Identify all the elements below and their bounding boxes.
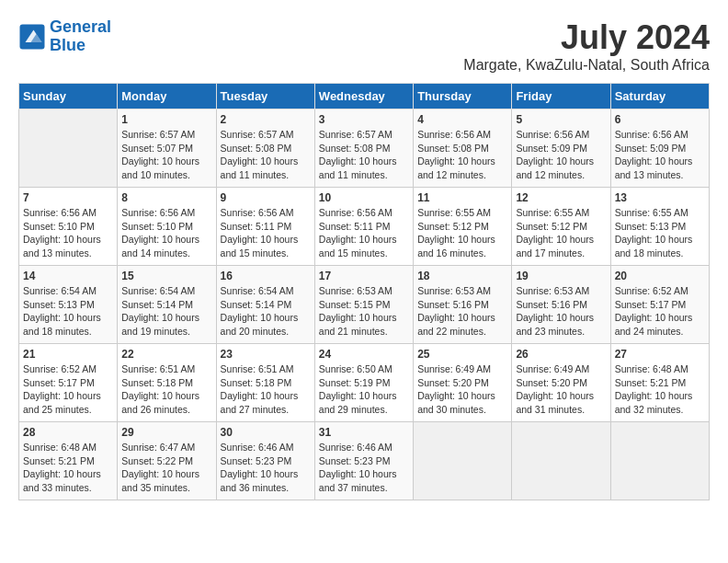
- calendar-cell: 26 Sunrise: 6:49 AMSunset: 5:20 PMDaylig…: [512, 344, 610, 422]
- calendar-table: SundayMondayTuesdayWednesdayThursdayFrid…: [18, 83, 710, 500]
- day-info: Sunrise: 6:56 AMSunset: 5:09 PMDaylight:…: [615, 128, 705, 182]
- day-number: 22: [121, 348, 211, 361]
- day-number: 24: [319, 348, 409, 361]
- day-number: 21: [23, 348, 113, 361]
- day-info: Sunrise: 6:47 AMSunset: 5:22 PMDaylight:…: [121, 441, 211, 495]
- day-number: 10: [319, 191, 409, 204]
- day-number: 16: [221, 270, 311, 282]
- day-info: Sunrise: 6:48 AMSunset: 5:21 PMDaylight:…: [23, 441, 113, 495]
- day-number: 15: [121, 270, 211, 282]
- calendar-cell: 28 Sunrise: 6:48 AMSunset: 5:21 PMDaylig…: [19, 422, 118, 500]
- day-number: 13: [615, 191, 705, 204]
- calendar-cell: 31 Sunrise: 6:46 AMSunset: 5:23 PMDaylig…: [314, 422, 413, 500]
- weekday-header-friday: Friday: [512, 84, 610, 109]
- day-info: Sunrise: 6:54 AMSunset: 5:14 PMDaylight:…: [121, 284, 211, 339]
- day-info: Sunrise: 6:57 AMSunset: 5:08 PMDaylight:…: [221, 128, 311, 182]
- logo-line2: Blue: [50, 36, 85, 54]
- day-number: 19: [516, 270, 606, 282]
- day-info: Sunrise: 6:48 AMSunset: 5:21 PMDaylight:…: [615, 362, 705, 417]
- day-info: Sunrise: 6:55 AMSunset: 5:12 PMDaylight:…: [417, 206, 507, 260]
- calendar-cell: 1 Sunrise: 6:57 AMSunset: 5:07 PMDayligh…: [118, 109, 216, 188]
- location-title: Margate, KwaZulu-Natal, South Africa: [463, 57, 710, 74]
- day-info: Sunrise: 6:52 AMSunset: 5:17 PMDaylight:…: [23, 362, 113, 417]
- logo-text: General Blue: [50, 18, 111, 55]
- calendar-cell: 16 Sunrise: 6:54 AMSunset: 5:14 PMDaylig…: [216, 266, 314, 344]
- day-number: 7: [23, 191, 113, 204]
- logo: General Blue: [18, 18, 111, 55]
- day-number: 14: [23, 270, 113, 282]
- weekday-header-sunday: Sunday: [19, 84, 118, 109]
- calendar-cell: 25 Sunrise: 6:49 AMSunset: 5:20 PMDaylig…: [414, 344, 512, 422]
- calendar-cell: 18 Sunrise: 6:53 AMSunset: 5:16 PMDaylig…: [414, 266, 512, 344]
- day-info: Sunrise: 6:54 AMSunset: 5:13 PMDaylight:…: [23, 284, 113, 339]
- day-info: Sunrise: 6:56 AMSunset: 5:11 PMDaylight:…: [221, 206, 311, 260]
- calendar-cell: 24 Sunrise: 6:50 AMSunset: 5:19 PMDaylig…: [314, 344, 413, 422]
- calendar-cell: [610, 422, 709, 500]
- weekday-header-tuesday: Tuesday: [216, 84, 314, 109]
- calendar-cell: 12 Sunrise: 6:55 AMSunset: 5:12 PMDaylig…: [512, 188, 610, 266]
- day-info: Sunrise: 6:49 AMSunset: 5:20 PMDaylight:…: [516, 362, 606, 417]
- day-number: 9: [221, 191, 311, 204]
- day-number: 29: [121, 426, 211, 439]
- day-number: 18: [417, 270, 507, 282]
- calendar-cell: 8 Sunrise: 6:56 AMSunset: 5:10 PMDayligh…: [118, 188, 216, 266]
- weekday-header-saturday: Saturday: [610, 84, 709, 109]
- month-title: July 2024: [463, 18, 710, 57]
- calendar-week-2: 7 Sunrise: 6:56 AMSunset: 5:10 PMDayligh…: [19, 188, 710, 266]
- logo-icon: [18, 23, 46, 51]
- calendar-week-3: 14 Sunrise: 6:54 AMSunset: 5:13 PMDaylig…: [19, 266, 710, 344]
- calendar-cell: 20 Sunrise: 6:52 AMSunset: 5:17 PMDaylig…: [610, 266, 709, 344]
- day-number: 25: [417, 348, 507, 361]
- day-number: 8: [121, 191, 211, 204]
- calendar-week-5: 28 Sunrise: 6:48 AMSunset: 5:21 PMDaylig…: [19, 422, 710, 500]
- calendar-cell: 7 Sunrise: 6:56 AMSunset: 5:10 PMDayligh…: [19, 188, 118, 266]
- day-number: 1: [121, 113, 211, 126]
- calendar-cell: 17 Sunrise: 6:53 AMSunset: 5:15 PMDaylig…: [314, 266, 413, 344]
- day-info: Sunrise: 6:53 AMSunset: 5:16 PMDaylight:…: [516, 284, 606, 339]
- day-number: 4: [417, 113, 507, 126]
- calendar-cell: 13 Sunrise: 6:55 AMSunset: 5:13 PMDaylig…: [610, 188, 709, 266]
- calendar-cell: [19, 109, 118, 188]
- day-info: Sunrise: 6:56 AMSunset: 5:10 PMDaylight:…: [23, 206, 113, 260]
- day-info: Sunrise: 6:57 AMSunset: 5:08 PMDaylight:…: [319, 128, 409, 182]
- day-info: Sunrise: 6:53 AMSunset: 5:15 PMDaylight:…: [319, 284, 409, 339]
- day-number: 12: [516, 191, 606, 204]
- calendar-cell: 27 Sunrise: 6:48 AMSunset: 5:21 PMDaylig…: [610, 344, 709, 422]
- calendar-week-4: 21 Sunrise: 6:52 AMSunset: 5:17 PMDaylig…: [19, 344, 710, 422]
- logo-line1: General: [50, 17, 111, 36]
- day-number: 31: [319, 426, 409, 439]
- day-number: 6: [615, 113, 705, 126]
- calendar-cell: 30 Sunrise: 6:46 AMSunset: 5:23 PMDaylig…: [216, 422, 314, 500]
- day-number: 3: [319, 113, 409, 126]
- calendar-cell: 14 Sunrise: 6:54 AMSunset: 5:13 PMDaylig…: [19, 266, 118, 344]
- day-number: 20: [615, 270, 705, 282]
- day-info: Sunrise: 6:55 AMSunset: 5:12 PMDaylight:…: [516, 206, 606, 260]
- calendar-cell: 19 Sunrise: 6:53 AMSunset: 5:16 PMDaylig…: [512, 266, 610, 344]
- weekday-header-monday: Monday: [118, 84, 216, 109]
- calendar-cell: 2 Sunrise: 6:57 AMSunset: 5:08 PMDayligh…: [216, 109, 314, 188]
- calendar-cell: [414, 422, 512, 500]
- day-info: Sunrise: 6:57 AMSunset: 5:07 PMDaylight:…: [121, 128, 211, 182]
- title-block: July 2024 Margate, KwaZulu-Natal, South …: [463, 18, 710, 74]
- calendar-cell: 23 Sunrise: 6:51 AMSunset: 5:18 PMDaylig…: [216, 344, 314, 422]
- day-info: Sunrise: 6:50 AMSunset: 5:19 PMDaylight:…: [319, 362, 409, 417]
- calendar-cell: 21 Sunrise: 6:52 AMSunset: 5:17 PMDaylig…: [19, 344, 118, 422]
- calendar-week-1: 1 Sunrise: 6:57 AMSunset: 5:07 PMDayligh…: [19, 109, 710, 188]
- weekday-header-wednesday: Wednesday: [314, 84, 413, 109]
- calendar-cell: 3 Sunrise: 6:57 AMSunset: 5:08 PMDayligh…: [314, 109, 413, 188]
- day-info: Sunrise: 6:49 AMSunset: 5:20 PMDaylight:…: [417, 362, 507, 417]
- day-number: 23: [221, 348, 311, 361]
- day-number: 26: [516, 348, 606, 361]
- day-number: 2: [221, 113, 311, 126]
- day-number: 30: [221, 426, 311, 439]
- day-info: Sunrise: 6:55 AMSunset: 5:13 PMDaylight:…: [615, 206, 705, 260]
- day-number: 28: [23, 426, 113, 439]
- weekday-header-row: SundayMondayTuesdayWednesdayThursdayFrid…: [19, 84, 710, 109]
- calendar-cell: 29 Sunrise: 6:47 AMSunset: 5:22 PMDaylig…: [118, 422, 216, 500]
- calendar-cell: 9 Sunrise: 6:56 AMSunset: 5:11 PMDayligh…: [216, 188, 314, 266]
- day-info: Sunrise: 6:56 AMSunset: 5:11 PMDaylight:…: [319, 206, 409, 260]
- day-number: 11: [417, 191, 507, 204]
- calendar-cell: 22 Sunrise: 6:51 AMSunset: 5:18 PMDaylig…: [118, 344, 216, 422]
- day-info: Sunrise: 6:56 AMSunset: 5:08 PMDaylight:…: [417, 128, 507, 182]
- weekday-header-thursday: Thursday: [414, 84, 512, 109]
